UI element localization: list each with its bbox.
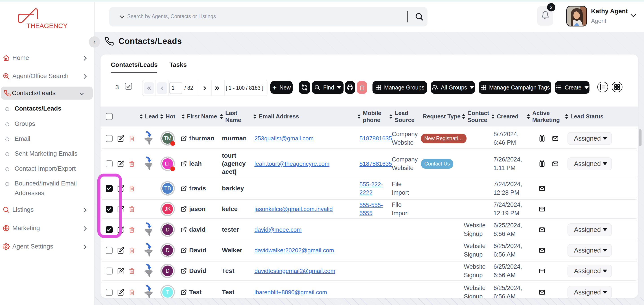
svg-text:AGENCY: AGENCY: [40, 22, 68, 29]
svg-text:THE: THE: [26, 22, 40, 29]
